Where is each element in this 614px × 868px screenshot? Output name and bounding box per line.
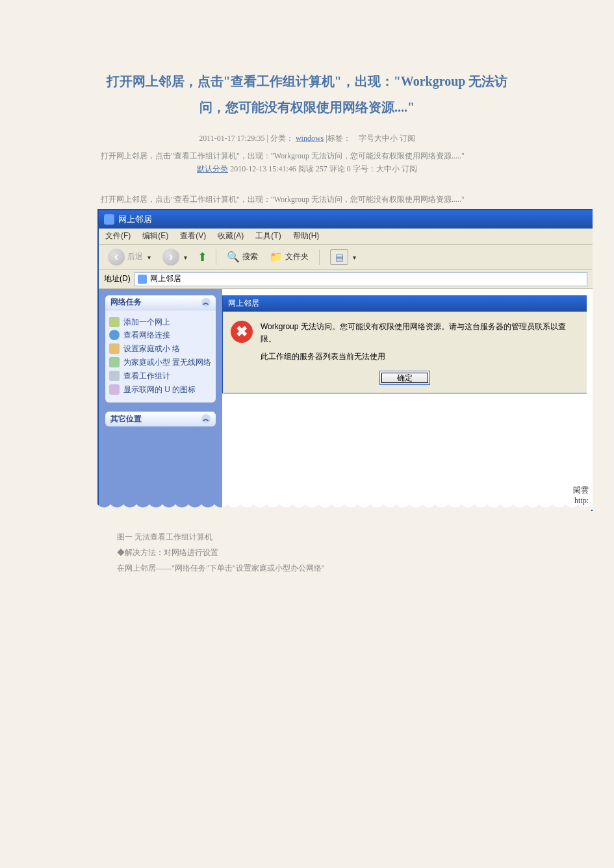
default-cat-link[interactable]: 默认分类 [197, 164, 228, 173]
folders-button[interactable]: 文件夹 [266, 247, 313, 267]
menu-help[interactable]: 帮助(H) [293, 230, 320, 242]
sidebar-panel-network-tasks: 网络任务 ︽ 添加一个网上 查看网络连接 [105, 295, 216, 403]
views-icon [330, 249, 348, 265]
address-field[interactable]: 网上邻居 [134, 272, 587, 286]
xp-body: 网络任务 ︽ 添加一个网上 查看网络连接 [99, 289, 593, 510]
caption-line-2: ◆解决方法：对网络进行设置 [117, 545, 513, 560]
intro-line-2-rest: 2010-12-13 15:41:46 阅读 257 评论 0 字号：大中小 订… [230, 164, 417, 173]
dialog-message: Workgroup 无法访问。您可能没有权限使用网络资源。请与这台服务器的管理员… [261, 321, 579, 364]
meta-font-label: 字号大中小 [359, 134, 398, 143]
meta-sub: 订阅 [400, 134, 415, 143]
dialog-msg-1: Workgroup 无法访问。您可能没有权限使用网络资源。请与这台服务器的管理员… [261, 321, 579, 345]
views-button[interactable] [326, 247, 360, 267]
menu-tools[interactable]: 工具(T) [255, 230, 281, 242]
error-dialog: 网上邻居 Workgroup 无法访问。您可能没有权限使用网络资源。请与这台服务… [222, 295, 587, 394]
xp-toolbar: 后退 搜索 文件夹 [99, 245, 593, 270]
address-label: 地址(D) [104, 273, 131, 284]
task-label: 为家庭或小型 置无线网络 [123, 357, 211, 368]
globe-icon [109, 330, 120, 340]
xp-addressbar: 地址(D) 网上邻居 [99, 270, 593, 289]
add-place-icon [109, 317, 120, 327]
post-meta: 2011-01-17 17:29:35 | 分类： windows |标签： 字… [101, 133, 513, 144]
chevron-down-icon [351, 253, 356, 262]
separator [216, 249, 216, 265]
task-item[interactable]: 为家庭或小型 置无线网络 [109, 357, 212, 368]
panel-title: 其它位置 [110, 414, 142, 425]
collapse-icon: ︽ [201, 298, 211, 307]
up-button[interactable] [195, 250, 209, 264]
network-places-icon [138, 275, 147, 284]
workgroup-icon [109, 371, 120, 381]
screenshot-crop-edge [97, 503, 591, 523]
intro-line-2: 默认分类 2010-12-13 15:41:46 阅读 257 评论 0 字号：… [101, 164, 513, 175]
menu-fav[interactable]: 收藏(A) [218, 230, 244, 242]
network-places-icon [104, 214, 114, 225]
dialog-title: 网上邻居 [223, 296, 587, 312]
task-item[interactable]: 查看工作组计 [109, 371, 212, 382]
intro-line-1: 打开网上邻居，点击"查看工作组计算机"，出现："Workgroup 无法访问，您… [101, 149, 513, 164]
search-icon [227, 251, 240, 264]
xp-content-area: 网上邻居 Workgroup 无法访问。您可能没有权限使用网络资源。请与这台服务… [222, 289, 593, 510]
caption-block: 图一 无法查看工作组计算机 ◆解决方法：对网络进行设置 在网上邻居——"网络任务… [101, 529, 513, 576]
collapse-icon: ︽ [201, 414, 211, 423]
folders-label: 文件夹 [285, 251, 309, 262]
caption-line-3: 在网上邻居——"网络任务"下单击"设置家庭或小型办公网络" [117, 560, 513, 576]
task-item[interactable]: 添加一个网上 [109, 317, 212, 328]
chevron-down-icon [146, 253, 151, 262]
task-label: 查看工作组计 [123, 371, 170, 382]
task-label: 设置家庭或小 络 [123, 343, 180, 354]
meta-cat-link[interactable]: windows [296, 134, 324, 143]
panel-title: 网络任务 [110, 297, 142, 308]
task-item[interactable]: 查看网络连接 [109, 330, 212, 341]
back-label: 后退 [127, 251, 143, 262]
ok-button[interactable]: 确定 [379, 371, 430, 385]
dialog-buttons: 确定 [223, 368, 587, 393]
back-button[interactable]: 后退 [104, 247, 155, 267]
window-title: 网上邻居 [118, 214, 152, 225]
folder-icon [270, 251, 283, 263]
caption-line-1: 图一 无法查看工作组计算机 [117, 529, 513, 545]
meta-sep: | [267, 134, 268, 143]
xp-titlebar: 网上邻居 [99, 210, 593, 229]
separator [319, 249, 320, 265]
panel-body: 添加一个网上 查看网络连接 设置家庭或小 络 为家庭或小型 置无线 [105, 310, 216, 403]
task-item[interactable]: 显示联网的 U 的图标 [109, 384, 212, 395]
upnp-icon [109, 384, 120, 395]
meta-date: 2011-01-17 17:29:35 [199, 134, 264, 143]
xp-menubar: 文件(F) 编辑(E) 查看(V) 收藏(A) 工具(T) 帮助(H) [99, 229, 593, 245]
dialog-body: Workgroup 无法访问。您可能没有权限使用网络资源。请与这台服务器的管理员… [223, 312, 587, 369]
forward-arrow-icon [162, 249, 179, 266]
menu-file[interactable]: 文件(F) [105, 230, 131, 242]
task-label: 查看网络连接 [123, 330, 170, 341]
meta-tag-label: |标签： [326, 134, 350, 143]
address-value: 网上邻居 [150, 273, 181, 284]
task-item[interactable]: 设置家庭或小 络 [109, 343, 212, 354]
xp-sidebar: 网络任务 ︽ 添加一个网上 查看网络连接 [99, 289, 222, 510]
back-arrow-icon [108, 249, 125, 266]
menu-edit[interactable]: 编辑(E) [142, 230, 168, 242]
forward-button[interactable] [159, 247, 191, 267]
error-icon [231, 321, 253, 343]
sidebar-panel-other-places: 其它位置 ︽ [105, 412, 216, 427]
xp-window: 网上邻居 文件(F) 编辑(E) 查看(V) 收藏(A) 工具(T) 帮助(H)… [97, 209, 593, 511]
chevron-down-icon [182, 253, 187, 262]
home-network-icon [109, 343, 120, 354]
task-label: 添加一个网上 [123, 317, 170, 328]
meta-cat-label: 分类： [270, 134, 294, 143]
panel-header[interactable]: 其它位置 ︽ [105, 412, 216, 427]
dialog-msg-2: 此工作组的服务器列表当前无法使用 [261, 351, 579, 363]
body-line: 打开网上邻居，点击"查看工作组计算机"，出现："Workgroup 无法访问，您… [101, 194, 513, 205]
post-title: 打开网上邻居，点击"查看工作组计算机"，出现："Workgroup 无法访问，您… [101, 68, 513, 120]
watermark-text: 閑雲 [573, 485, 589, 496]
menu-view[interactable]: 查看(V) [180, 230, 206, 242]
panel-header[interactable]: 网络任务 ︽ [105, 295, 216, 310]
wireless-icon [109, 357, 120, 367]
search-button[interactable]: 搜索 [223, 247, 262, 267]
task-label: 显示联网的 U 的图标 [123, 384, 196, 395]
search-label: 搜索 [242, 251, 258, 262]
